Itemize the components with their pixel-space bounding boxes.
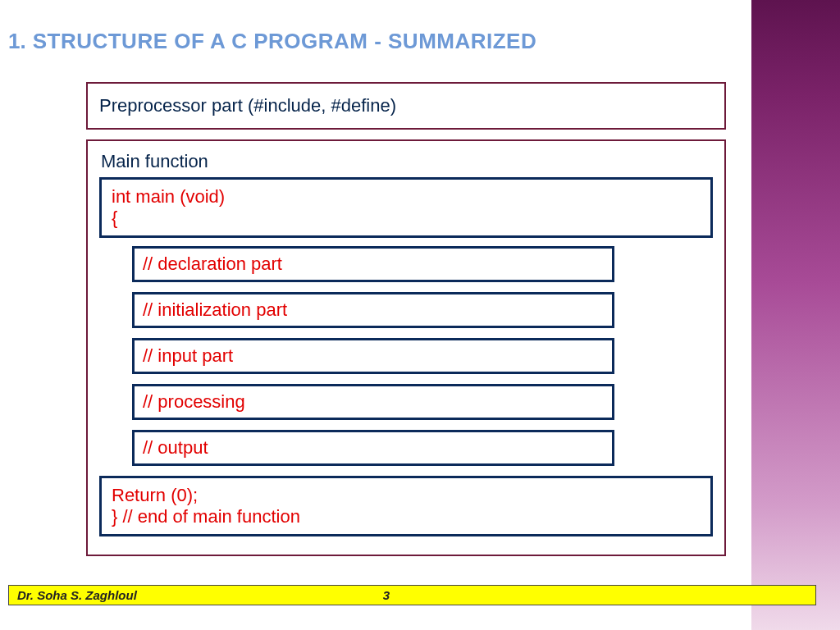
slide-title: 1. STRUCTURE OF A C PROGRAM - SUMMARIZED [8, 29, 536, 54]
main-close-line2: } // end of main function [112, 506, 701, 527]
preprocessor-label: Preprocessor part (#include, #define) [99, 95, 396, 116]
decorative-side-strip [750, 0, 840, 630]
main-open-box: int main (void) { [99, 177, 713, 238]
footer-bar: Dr. Soha S. Zaghloul 3 [8, 585, 816, 605]
main-function-label: Main function [101, 151, 713, 172]
part-processing: // processing [132, 384, 614, 420]
footer-page-number: 3 [383, 588, 390, 602]
title-text: STRUCTURE OF A C PROGRAM - SUMMARIZED [33, 29, 537, 54]
content-area: Preprocessor part (#include, #define) Ma… [86, 82, 726, 566]
main-function-box: Main function int main (void) { // decla… [86, 139, 726, 556]
main-parts-stack: // declaration part // initialization pa… [132, 246, 614, 466]
footer-author: Dr. Soha S. Zaghloul [17, 588, 137, 602]
main-close-line1: Return (0); [112, 485, 198, 505]
main-open-line2: { [112, 208, 701, 229]
part-output: // output [132, 430, 614, 466]
main-close-box: Return (0); } // end of main function [99, 476, 713, 536]
part-declaration: // declaration part [132, 246, 614, 282]
main-open-line1: int main (void) [112, 186, 225, 207]
part-initialization: // initialization part [132, 292, 614, 328]
preprocessor-box: Preprocessor part (#include, #define) [86, 82, 726, 130]
part-input: // input part [132, 338, 614, 374]
title-number: 1. [8, 29, 26, 54]
